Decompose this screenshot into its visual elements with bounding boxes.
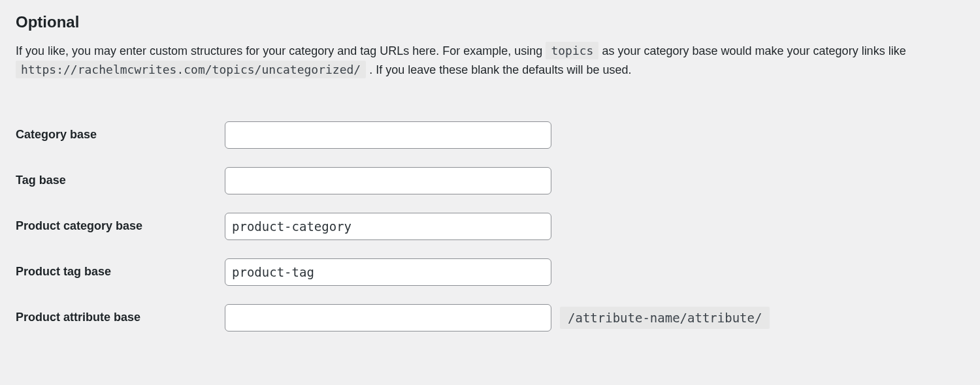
section-heading: Optional: [16, 13, 964, 31]
label-product-category-base: Product category base: [16, 213, 225, 240]
row-category-base: Category base: [16, 121, 964, 149]
example-code-url: https://rachelmcwrites.com/topics/uncate…: [16, 61, 366, 78]
suffix-product-attribute-base: /attribute-name/attribute/: [560, 307, 770, 329]
input-category-base[interactable]: [225, 121, 551, 149]
description-text: If you like, you may enter custom struct…: [16, 44, 546, 57]
input-tag-base[interactable]: [225, 167, 551, 194]
label-category-base: Category base: [16, 121, 225, 149]
optional-permalinks-table: Category base Tag base Product category …: [16, 103, 964, 350]
description-text: as your category base would make your ca…: [602, 44, 906, 57]
input-product-tag-base[interactable]: [225, 258, 551, 286]
label-tag-base: Tag base: [16, 167, 225, 194]
input-product-attribute-base[interactable]: [225, 304, 551, 331]
row-product-attribute-base: Product attribute base /attribute-name/a…: [16, 304, 964, 331]
row-product-category-base: Product category base: [16, 213, 964, 240]
label-product-tag-base: Product tag base: [16, 258, 225, 286]
example-code-topics: topics: [546, 42, 598, 59]
input-product-category-base[interactable]: [225, 213, 551, 240]
description-text: . If you leave these blank the defaults …: [369, 63, 631, 76]
row-tag-base: Tag base: [16, 167, 964, 194]
row-product-tag-base: Product tag base: [16, 258, 964, 286]
section-description: If you like, you may enter custom struct…: [16, 42, 964, 80]
label-product-attribute-base: Product attribute base: [16, 304, 225, 331]
